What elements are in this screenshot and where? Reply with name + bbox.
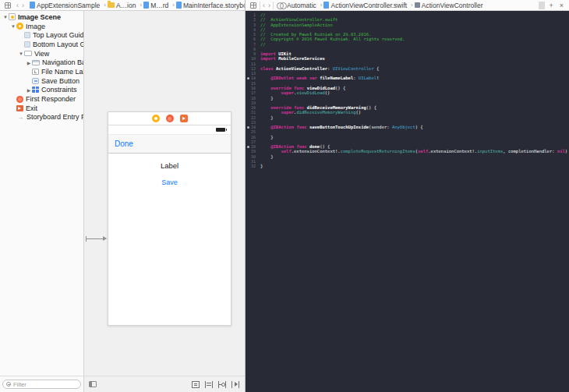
code-text: super.didReceiveMemoryWarning()	[258, 110, 361, 115]
outline-item-bottom-layout-guide[interactable]: Bottom Layout Guide	[0, 40, 83, 49]
breadcrumb-label: M…rd	[150, 2, 168, 9]
toggle-document-outline-button[interactable]	[89, 381, 97, 387]
breadcrumb-label: MainInterface.storyboard (Base)	[183, 2, 245, 9]
breadcrumb-item[interactable]: ActionViewController	[415, 2, 484, 9]
outline-item-image-scene[interactable]: ▼Image Scene	[0, 12, 83, 22]
exit-icon[interactable]	[180, 115, 188, 122]
breadcrumb-label: Automatic	[287, 2, 316, 9]
entry-arrow-shaft	[86, 238, 104, 239]
connection-well-icon[interactable]	[247, 126, 250, 129]
code-text: // AppExtensionSampleAction	[258, 23, 333, 27]
disclosure-triangle[interactable]: ▼	[18, 51, 24, 56]
label-icon: L	[32, 69, 39, 75]
pin-icon[interactable]	[218, 381, 226, 388]
navigation-bar[interactable]: Done	[108, 134, 231, 154]
outline-item-label: View	[34, 50, 49, 58]
filter-field[interactable]	[2, 380, 81, 389]
exit-icon	[16, 105, 23, 111]
breadcrumb-label: ActionViewController	[422, 2, 483, 9]
responder-icon	[16, 96, 23, 103]
related-items-button[interactable]	[2, 2, 13, 9]
outline-item-constraints[interactable]: ▶Constraints	[0, 86, 83, 95]
view-controller-scene[interactable]: Done Label Save	[108, 111, 231, 326]
constraints-icon	[32, 87, 39, 93]
align-icon[interactable]	[205, 381, 213, 388]
code-text: class ActionViewController: UIViewContro…	[258, 66, 379, 71]
scene-icon	[9, 13, 16, 20]
storyboard-canvas[interactable]: Done Label Save	[84, 11, 245, 376]
breadcrumb-item[interactable]: A…ion	[108, 2, 137, 9]
canvas-footer	[84, 376, 245, 392]
resolve-autolayout-icon[interactable]	[231, 381, 239, 388]
related-items-button[interactable]	[248, 2, 259, 9]
chevron-right-icon: ›	[172, 2, 175, 9]
file-icon	[143, 2, 149, 9]
outline-item-storyboard-entry-point[interactable]: →Storyboard Entry Point	[0, 113, 83, 122]
source-code-editor[interactable]: 1//2// ActionViewController.swift3// App…	[246, 11, 569, 392]
disclosure-triangle[interactable]: ▶	[26, 87, 32, 93]
disclosure-triangle[interactable]: ▼	[2, 15, 9, 19]
outline-item-first-responder[interactable]: First Responder	[0, 94, 83, 104]
connection-well-icon[interactable]	[247, 146, 250, 149]
ib-body: ▼Image Scene▼ImageTop Layout GuideBottom…	[0, 11, 245, 376]
assistant-actions: + ×	[538, 2, 567, 9]
document-outline: ▼Image Scene▼ImageTop Layout GuideBottom…	[0, 11, 84, 376]
first-responder-icon[interactable]	[166, 115, 174, 122]
file-icon	[30, 2, 35, 9]
chevron-right-icon: ›	[104, 2, 106, 9]
disclosure-triangle[interactable]: ▶	[26, 60, 32, 65]
add-assistant-editor-button[interactable]: +	[546, 2, 556, 9]
disclosure-triangle[interactable]: ▼	[10, 24, 16, 29]
outline-item-navigation-bar[interactable]: ▶Navigation Bar	[0, 58, 83, 67]
breadcrumb-item[interactable]: AppExtensionSample	[30, 2, 101, 9]
file-name-label[interactable]: Label	[108, 161, 231, 170]
status-bar	[108, 125, 231, 134]
xcode-editor-area: ‹ › AppExtensionSample›A…ion›M…rd›MainIn…	[0, 0, 569, 392]
forward-button[interactable]: ›	[267, 2, 272, 9]
code-line: 32}	[246, 164, 569, 168]
storyboard-entry-point-arrow[interactable]	[86, 235, 107, 242]
ib-jump-bar: ‹ › AppExtensionSample›A…ion›M…rd›MainIn…	[0, 0, 245, 11]
code-text: import MobileCoreServices	[258, 56, 325, 61]
outline-item-label: Top Layout Guide	[33, 31, 84, 39]
code-text: self.extensionContext!.completeRequestRe…	[258, 149, 567, 154]
outline-item-save-button[interactable]: Save Button	[0, 76, 83, 86]
outline-item-exit[interactable]: Exit	[0, 104, 83, 113]
outline-item-file-name-label[interactable]: LFile Name Label	[0, 67, 83, 76]
breadcrumb-item[interactable]: Automatic	[277, 2, 317, 9]
save-button[interactable]: Save	[108, 178, 231, 186]
breadcrumb: Automatic›ActionViewController.swift›Act…	[274, 2, 488, 9]
connection-well-icon[interactable]	[247, 77, 250, 80]
filter-input[interactable]	[13, 381, 77, 388]
counterparts-icon	[277, 2, 285, 9]
breadcrumb-item[interactable]: M…rd	[143, 2, 169, 9]
close-assistant-editor-button[interactable]: ×	[557, 2, 567, 9]
view-icon	[24, 51, 32, 56]
done-button[interactable]: Done	[115, 139, 133, 148]
outline-item-label: Save Button	[41, 77, 80, 85]
divider	[260, 2, 260, 9]
outline-item-view[interactable]: ▼View	[0, 49, 83, 58]
outline-item-label: Bottom Layout Guide	[33, 41, 84, 48]
view-controller-icon[interactable]	[152, 115, 160, 122]
chevron-right-icon: ›	[140, 2, 142, 9]
outline-item-top-layout-guide[interactable]: Top Layout Guide	[0, 30, 83, 40]
breadcrumb-label: A…ion	[116, 2, 136, 9]
filter-icon	[6, 382, 11, 387]
file-icon	[176, 2, 182, 9]
button-icon	[32, 78, 39, 84]
outline-item-image[interactable]: ▼Image	[0, 22, 83, 31]
assistant-editor-pane: ‹ › Automatic›ActionViewController.swift…	[246, 0, 569, 392]
embed-in-stack-icon[interactable]	[192, 381, 200, 388]
battery-icon	[216, 128, 225, 132]
autolayout-toolbar	[192, 381, 245, 388]
back-button[interactable]: ‹	[15, 2, 20, 9]
scene-dock	[108, 112, 231, 125]
vc-icon	[16, 23, 23, 30]
outline-item-label: Navigation Bar	[42, 58, 84, 66]
breadcrumb-item[interactable]: MainInterface.storyboard (Base)	[176, 2, 245, 9]
forward-button[interactable]: ›	[20, 2, 26, 9]
back-button[interactable]: ‹	[261, 2, 267, 9]
line-number[interactable]: 32	[246, 164, 258, 168]
breadcrumb-item[interactable]: ActionViewController.swift	[323, 2, 408, 9]
